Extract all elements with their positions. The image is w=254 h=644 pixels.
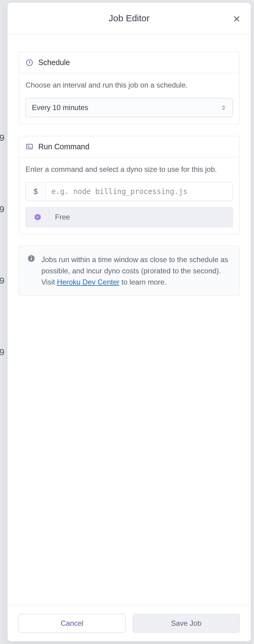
svg-rect-3 <box>26 144 33 149</box>
modal-body: Schedule Choose an interval and run this… <box>8 34 251 605</box>
dyno-size-select[interactable]: F Free <box>26 207 233 227</box>
modal-title: Job Editor <box>108 13 149 23</box>
info-text: Jobs run within a time window as close t… <box>41 254 231 288</box>
terminal-icon <box>26 143 33 151</box>
svg-rect-8 <box>31 258 32 260</box>
save-job-button[interactable]: Save Job <box>133 614 240 633</box>
background-content: 9 9 9 9 <box>0 30 5 388</box>
info-icon <box>27 254 35 262</box>
cancel-button[interactable]: Cancel <box>19 614 125 633</box>
schedule-heading: Schedule <box>38 58 70 67</box>
close-button[interactable] <box>231 13 242 24</box>
run-command-card-header: Run Command <box>19 136 239 158</box>
schedule-card-header: Schedule <box>19 52 239 73</box>
heroku-dev-center-link[interactable]: Heroku Dev Center <box>57 278 119 286</box>
updown-caret-icon <box>221 105 226 110</box>
command-input-row: $ <box>26 182 233 201</box>
run-command-description: Enter a command and select a dyno size t… <box>26 164 233 175</box>
schedule-card: Schedule Choose an interval and run this… <box>19 52 240 124</box>
job-editor-modal: Job Editor Schedule Choose an interval a… <box>7 2 251 642</box>
modal-header: Job Editor <box>8 3 251 34</box>
modal-footer: Cancel Save Job <box>8 605 251 641</box>
command-prefix: $ <box>26 182 46 201</box>
run-command-heading: Run Command <box>38 142 89 151</box>
schedule-interval-select[interactable]: Every 10 minutes <box>26 98 233 117</box>
run-command-card: Run Command Enter a command and select a… <box>19 136 240 234</box>
dyno-free-icon: F <box>26 207 50 227</box>
schedule-description: Choose an interval and run this job on a… <box>26 80 233 91</box>
dyno-size-value: Free <box>50 213 75 221</box>
svg-point-7 <box>31 256 32 257</box>
info-text-after: to learn more. <box>119 278 166 286</box>
close-icon <box>233 15 240 23</box>
clock-icon <box>26 59 33 67</box>
command-input[interactable] <box>46 182 233 201</box>
svg-text:F: F <box>37 215 39 219</box>
schedule-interval-value: Every 10 minutes <box>32 103 221 112</box>
info-card: Jobs run within a time window as close t… <box>19 246 240 296</box>
